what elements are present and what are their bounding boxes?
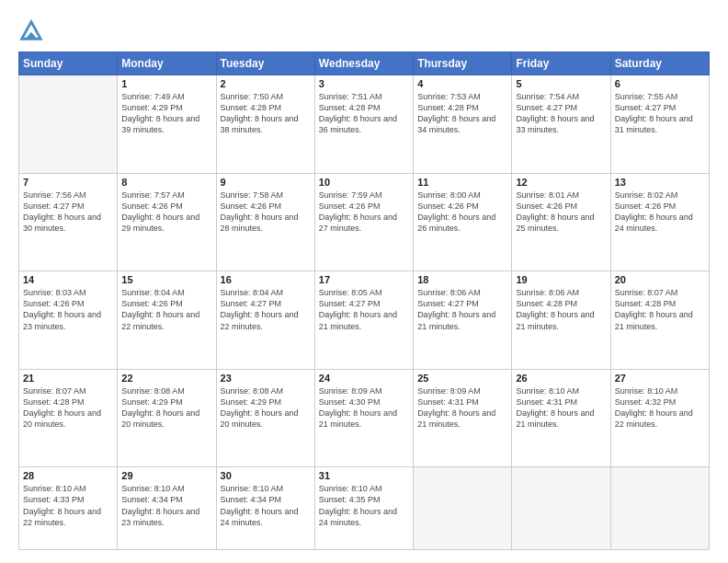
svg-marker-1 (25, 32, 37, 39)
sunset-line: Sunset: 4:34 PM (121, 494, 211, 505)
sunset-line: Sunset: 4:31 PM (417, 396, 507, 408)
daylight-line2: 21 minutes. (417, 419, 507, 430)
daylight-line2: 23 minutes. (121, 517, 211, 528)
sunset-line: Sunset: 4:27 PM (516, 102, 606, 113)
sunrise-line: Sunrise: 7:49 AM (121, 91, 211, 102)
day-number: 6 (615, 78, 705, 89)
calendar-cell: 17Sunrise: 8:05 AMSunset: 4:27 PMDayligh… (314, 271, 413, 370)
daylight-line1: Daylight: 8 hours and (615, 113, 705, 124)
cell-content: 22Sunrise: 8:08 AMSunset: 4:29 PMDayligh… (121, 373, 211, 431)
daylight-line2: 20 minutes. (221, 419, 311, 430)
calendar-cell: 25Sunrise: 8:09 AMSunset: 4:31 PMDayligh… (414, 369, 512, 467)
sunrise-line: Sunrise: 8:02 AM (615, 190, 705, 201)
sunset-line: Sunset: 4:27 PM (615, 102, 705, 113)
day-number: 20 (615, 274, 705, 285)
cell-content: 2Sunrise: 7:50 AMSunset: 4:28 PMDaylight… (221, 78, 311, 136)
cell-content: 5Sunrise: 7:54 AMSunset: 4:27 PMDaylight… (516, 78, 606, 136)
sunrise-line: Sunrise: 8:10 AM (615, 385, 705, 396)
sunrise-line: Sunrise: 8:08 AM (221, 385, 311, 396)
sunrise-line: Sunrise: 8:06 AM (516, 287, 606, 298)
daylight-line1: Daylight: 8 hours and (23, 506, 113, 517)
calendar-cell: 15Sunrise: 8:04 AMSunset: 4:26 PMDayligh… (118, 271, 216, 370)
cell-content: 4Sunrise: 7:53 AMSunset: 4:28 PMDaylight… (417, 78, 507, 136)
calendar-header-row: SundayMondayTuesdayWednesdayThursdayFrid… (19, 52, 710, 75)
day-number: 11 (417, 177, 507, 188)
calendar-cell: 9Sunrise: 7:58 AMSunset: 4:26 PMDaylight… (216, 173, 314, 271)
sunrise-line: Sunrise: 8:04 AM (121, 287, 211, 298)
sunrise-line: Sunrise: 8:10 AM (516, 385, 606, 396)
daylight-line2: 26 minutes. (417, 223, 507, 234)
cell-content: 29Sunrise: 8:10 AMSunset: 4:34 PMDayligh… (121, 470, 211, 528)
calendar-day-header: Saturday (610, 52, 709, 75)
daylight-line2: 27 minutes. (319, 223, 409, 234)
sunrise-line: Sunrise: 7:53 AM (417, 91, 507, 102)
day-number: 4 (417, 78, 507, 89)
sunrise-line: Sunrise: 8:01 AM (516, 190, 606, 201)
daylight-line1: Daylight: 8 hours and (417, 113, 507, 124)
sunset-line: Sunset: 4:28 PM (23, 396, 113, 408)
day-number: 12 (516, 177, 606, 188)
daylight-line1: Daylight: 8 hours and (615, 309, 705, 320)
daylight-line1: Daylight: 8 hours and (319, 113, 409, 124)
calendar-cell: 23Sunrise: 8:08 AMSunset: 4:29 PMDayligh… (216, 369, 314, 467)
daylight-line2: 20 minutes. (121, 419, 211, 430)
day-number: 31 (319, 470, 409, 481)
daylight-line1: Daylight: 8 hours and (516, 113, 606, 124)
sunrise-line: Sunrise: 8:03 AM (23, 287, 113, 298)
sunset-line: Sunset: 4:27 PM (319, 298, 409, 309)
calendar-cell: 28Sunrise: 8:10 AMSunset: 4:33 PMDayligh… (19, 467, 118, 550)
daylight-line2: 39 minutes. (121, 124, 211, 135)
cell-content: 7Sunrise: 7:56 AMSunset: 4:27 PMDaylight… (23, 177, 113, 235)
sunrise-line: Sunrise: 7:56 AM (23, 190, 113, 201)
cell-content: 24Sunrise: 8:09 AMSunset: 4:30 PMDayligh… (319, 373, 409, 431)
daylight-line2: 21 minutes. (516, 419, 606, 430)
day-number: 21 (23, 373, 113, 384)
day-number: 7 (23, 177, 113, 188)
daylight-line1: Daylight: 8 hours and (121, 506, 211, 517)
calendar-cell (19, 75, 118, 174)
page: SundayMondayTuesdayWednesdayThursdayFrid… (0, 0, 728, 563)
sunrise-line: Sunrise: 8:08 AM (121, 385, 211, 396)
daylight-line2: 24 minutes. (221, 517, 311, 528)
daylight-line1: Daylight: 8 hours and (516, 212, 606, 223)
sunrise-line: Sunrise: 7:50 AM (221, 91, 311, 102)
cell-content: 10Sunrise: 7:59 AMSunset: 4:26 PMDayligh… (319, 177, 409, 235)
daylight-line1: Daylight: 8 hours and (319, 212, 409, 223)
daylight-line2: 34 minutes. (417, 124, 507, 135)
calendar-cell: 13Sunrise: 8:02 AMSunset: 4:26 PMDayligh… (610, 173, 709, 271)
cell-content: 6Sunrise: 7:55 AMSunset: 4:27 PMDaylight… (615, 78, 705, 136)
sunrise-line: Sunrise: 7:54 AM (516, 91, 606, 102)
calendar-cell: 27Sunrise: 8:10 AMSunset: 4:32 PMDayligh… (610, 369, 709, 467)
calendar-cell: 2Sunrise: 7:50 AMSunset: 4:28 PMDaylight… (216, 75, 314, 174)
sunrise-line: Sunrise: 8:10 AM (221, 483, 311, 494)
sunset-line: Sunset: 4:27 PM (221, 298, 311, 309)
daylight-line2: 24 minutes. (319, 517, 409, 528)
cell-content: 21Sunrise: 8:07 AMSunset: 4:28 PMDayligh… (23, 373, 113, 431)
daylight-line1: Daylight: 8 hours and (23, 408, 113, 419)
day-number: 29 (121, 470, 211, 481)
daylight-line1: Daylight: 8 hours and (516, 408, 606, 419)
calendar-cell: 7Sunrise: 7:56 AMSunset: 4:27 PMDaylight… (19, 173, 118, 271)
daylight-line1: Daylight: 8 hours and (121, 309, 211, 320)
sunset-line: Sunset: 4:33 PM (23, 494, 113, 505)
cell-content: 16Sunrise: 8:04 AMSunset: 4:27 PMDayligh… (221, 274, 311, 332)
sunset-line: Sunset: 4:34 PM (221, 494, 311, 505)
day-number: 27 (615, 373, 705, 384)
daylight-line1: Daylight: 8 hours and (516, 309, 606, 320)
daylight-line2: 23 minutes. (23, 321, 113, 332)
day-number: 14 (23, 274, 113, 285)
sunrise-line: Sunrise: 8:09 AM (417, 385, 507, 396)
daylight-line2: 31 minutes. (615, 124, 705, 135)
day-number: 13 (615, 177, 705, 188)
cell-content: 19Sunrise: 8:06 AMSunset: 4:28 PMDayligh… (516, 274, 606, 332)
sunset-line: Sunset: 4:26 PM (615, 201, 705, 212)
calendar-cell: 19Sunrise: 8:06 AMSunset: 4:28 PMDayligh… (512, 271, 610, 370)
daylight-line1: Daylight: 8 hours and (319, 408, 409, 419)
header (18, 17, 710, 42)
calendar-cell: 8Sunrise: 7:57 AMSunset: 4:26 PMDaylight… (118, 173, 216, 271)
day-number: 1 (121, 78, 211, 89)
calendar-cell: 4Sunrise: 7:53 AMSunset: 4:28 PMDaylight… (414, 75, 512, 174)
daylight-line2: 22 minutes. (221, 321, 311, 332)
daylight-line1: Daylight: 8 hours and (615, 212, 705, 223)
sunrise-line: Sunrise: 7:51 AM (319, 91, 409, 102)
